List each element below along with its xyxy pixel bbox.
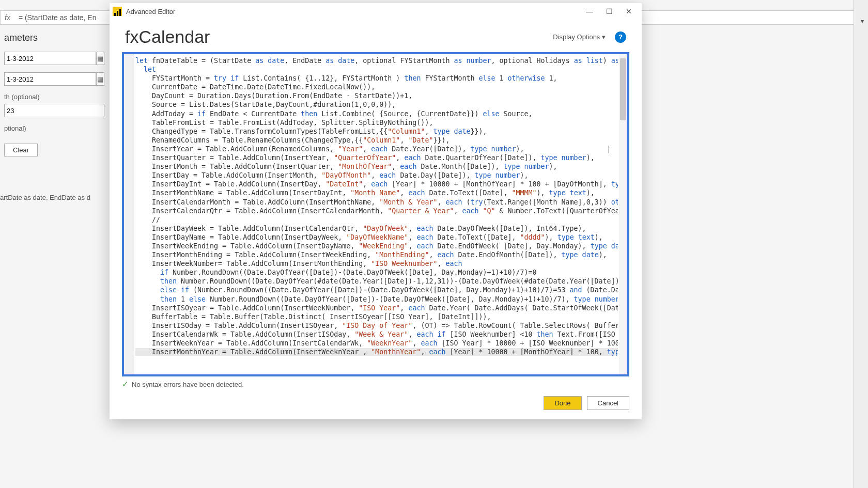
enddate-input[interactable] xyxy=(4,72,96,86)
optional-label: ptional) xyxy=(4,124,104,132)
close-button[interactable]: ✕ xyxy=(619,4,639,19)
editor-gutter xyxy=(124,54,134,374)
advanced-editor-dialog: Advanced Editor — ☐ ✕ fxCalendar Display… xyxy=(110,3,642,419)
check-icon: ✓ xyxy=(122,380,129,389)
titlebar: Advanced Editor — ☐ ✕ xyxy=(110,3,642,20)
query-name-heading: fxCalendar xyxy=(125,27,210,47)
function-signature: artDate as date, EndDate as d xyxy=(0,194,90,201)
cancel-button[interactable]: Cancel xyxy=(587,396,629,410)
display-options-dropdown[interactable]: Display Options ▾ xyxy=(553,33,606,41)
vertical-scrollbar[interactable] xyxy=(619,54,627,374)
right-sidebar: ▾ xyxy=(854,0,868,488)
help-icon[interactable]: ? xyxy=(615,32,626,43)
startdate-input[interactable] xyxy=(4,52,96,65)
scrollbar-thumb[interactable] xyxy=(620,58,626,120)
clear-button[interactable]: Clear xyxy=(4,144,38,156)
dialog-header: fxCalendar Display Options ▾ ? xyxy=(110,20,642,52)
month-label: th (optional) xyxy=(4,93,104,101)
fx-icon: fx xyxy=(5,13,10,22)
calendar-icon[interactable]: ▦ xyxy=(96,52,104,65)
calendar-icon[interactable]: ▦ xyxy=(96,72,104,86)
parameters-panel: ameters ▦ ▦ th (optional) ptional) Clear xyxy=(0,28,109,161)
month-input[interactable] xyxy=(4,104,104,117)
maximize-button[interactable]: ☐ xyxy=(599,4,619,19)
dialog-footer: Done Cancel xyxy=(110,391,642,419)
code-editor[interactable]: let fnDateTable = (StartDate as date, En… xyxy=(122,52,629,376)
chevron-down-icon[interactable]: ▾ xyxy=(861,18,864,25)
syntax-status: ✓ No syntax errors have been detected. xyxy=(110,376,642,391)
minimize-button[interactable]: — xyxy=(580,4,599,19)
panel-header: ameters xyxy=(4,33,104,43)
status-text: No syntax errors have been detected. xyxy=(132,381,244,388)
formula-text: = (StartDate as date, En xyxy=(19,13,97,22)
dialog-title: Advanced Editor xyxy=(126,8,175,15)
powerbi-icon xyxy=(113,7,122,16)
code-content[interactable]: let fnDateTable = (StartDate as date, En… xyxy=(135,56,618,373)
done-button[interactable]: Done xyxy=(544,396,581,410)
